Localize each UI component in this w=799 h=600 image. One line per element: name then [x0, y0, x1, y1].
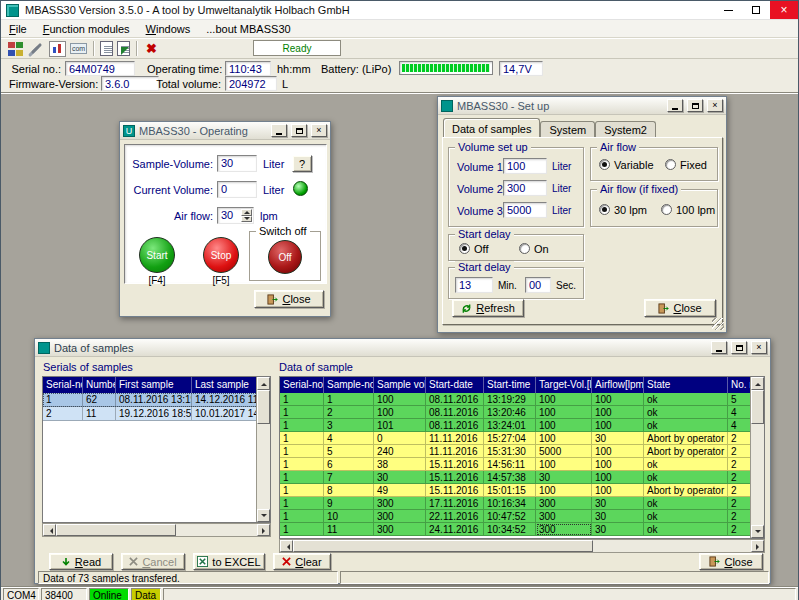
- scroll-down-button[interactable]: [751, 525, 764, 538]
- scrollbar-track[interactable]: [56, 524, 257, 536]
- close-icon[interactable]: ×: [311, 124, 327, 137]
- refresh-button[interactable]: Refresh: [452, 299, 524, 317]
- column-header[interactable]: Number: [83, 377, 116, 393]
- vertical-scrollbar[interactable]: [750, 377, 764, 538]
- export-icon[interactable]: [117, 41, 130, 56]
- chart-icon[interactable]: [49, 41, 66, 57]
- close-icon[interactable]: ×: [707, 99, 723, 112]
- scrollbar-thumb[interactable]: [293, 540, 593, 552]
- table-row[interactable]: 184915.11.201615:01:15100100Abort by ope…: [280, 484, 764, 497]
- table-row[interactable]: 1930017.11.201610:16:3430030ok2: [280, 497, 764, 510]
- close-button[interactable]: Close: [644, 299, 716, 317]
- table-row[interactable]: 1110008.11.201613:19:29100100ok5: [280, 393, 764, 406]
- spin-down-button[interactable]: [241, 216, 252, 223]
- table-row[interactable]: 1210008.11.201613:20:46100100ok4: [280, 406, 764, 419]
- clear-button[interactable]: Clear: [273, 553, 331, 570]
- scrollbar-thumb[interactable]: [56, 524, 176, 536]
- flow-100-radio[interactable]: [661, 204, 672, 215]
- maximize-button[interactable]: [731, 341, 747, 354]
- table-row[interactable]: 11130024.11.201610:34:5230030ok2: [280, 523, 764, 536]
- scroll-up-button[interactable]: [257, 377, 270, 390]
- column-header[interactable]: Sample-no.: [324, 377, 374, 393]
- to-excel-button[interactable]: to EXCEL: [193, 553, 265, 570]
- cancel-button[interactable]: Cancel: [121, 553, 185, 570]
- table-row[interactable]: 21119.12.2016 18:54:3010.01.2017 14:41:4: [43, 407, 270, 421]
- scrollbar-track[interactable]: [751, 390, 764, 525]
- table-row[interactable]: 163815.11.201614:56:11100100ok2: [280, 458, 764, 471]
- scroll-left-button[interactable]: [280, 540, 293, 552]
- tab-data-of-samples[interactable]: Data of samples: [443, 118, 540, 137]
- table-row[interactable]: 1524011.11.201615:31:305000100Abort by o…: [280, 445, 764, 458]
- read-button[interactable]: Read: [49, 553, 113, 570]
- close-button[interactable]: Close: [699, 553, 763, 570]
- report-icon[interactable]: [100, 41, 113, 56]
- menu-function-modules[interactable]: Function modules: [35, 21, 138, 37]
- vertical-scrollbar[interactable]: [256, 377, 270, 522]
- maximize-button[interactable]: [742, 1, 770, 19]
- air-flow-stepper[interactable]: 30: [217, 207, 254, 224]
- delay-off-radio[interactable]: [459, 243, 470, 254]
- sample-volume-field[interactable]: 30: [217, 155, 257, 172]
- table-row[interactable]: 11030022.11.201610:47:5230030ok2: [280, 510, 764, 523]
- menu-file[interactable]: File: [1, 21, 35, 37]
- stop-button[interactable]: Stop: [203, 237, 239, 273]
- minimize-button[interactable]: [711, 341, 727, 354]
- minimize-button[interactable]: [667, 99, 683, 112]
- close-button[interactable]: ×: [770, 1, 798, 19]
- close-button[interactable]: Close: [254, 290, 324, 308]
- maximize-button[interactable]: [687, 99, 703, 112]
- scroll-right-button[interactable]: [257, 524, 270, 536]
- tab-system2[interactable]: System2: [595, 121, 656, 137]
- column-header[interactable]: First sample: [116, 377, 192, 393]
- horizontal-scrollbar[interactable]: [279, 539, 765, 553]
- modules-icon[interactable]: [7, 41, 24, 57]
- table-row[interactable]: 14011.11.201615:27:0410030Abort by opera…: [280, 432, 764, 445]
- column-header[interactable]: Sample vol.: [374, 377, 426, 393]
- column-header[interactable]: Start-date: [426, 377, 484, 393]
- scroll-left-button[interactable]: [43, 524, 56, 536]
- setup-window: MBASS30 - Set up × Data of samples Syste…: [437, 96, 727, 333]
- scrollbar-thumb[interactable]: [751, 390, 764, 424]
- delay-minutes-field[interactable]: 13: [455, 277, 493, 293]
- column-header[interactable]: Serial-no.: [280, 377, 324, 393]
- volume3-field[interactable]: 5000: [503, 202, 547, 218]
- switch-off-button[interactable]: Off: [268, 240, 302, 274]
- close-icon[interactable]: ×: [751, 341, 767, 354]
- column-header[interactable]: Target-Vol.[l]: [536, 377, 592, 393]
- start-button[interactable]: Start: [139, 237, 175, 273]
- menu-about[interactable]: ...bout MBASS30: [198, 21, 298, 37]
- column-header[interactable]: State: [644, 377, 728, 393]
- horizontal-scrollbar[interactable]: [42, 523, 271, 537]
- scrollbar-track[interactable]: [257, 390, 270, 509]
- scroll-down-button[interactable]: [257, 509, 270, 522]
- resize-grip[interactable]: [712, 318, 724, 330]
- wrench-icon[interactable]: [28, 41, 45, 57]
- table-row[interactable]: 16208.11.2016 13:19:2914.12.2016 11:03:3: [43, 393, 270, 407]
- table-row[interactable]: 1310108.11.201613:24:01100100ok4: [280, 419, 764, 432]
- com-icon[interactable]: [70, 41, 87, 57]
- volume1-field[interactable]: 100: [503, 158, 547, 174]
- table-row[interactable]: 173015.11.201614:57:3830100ok2: [280, 471, 764, 484]
- delay-on-radio[interactable]: [519, 243, 530, 254]
- minimize-button[interactable]: [271, 124, 287, 137]
- operating-window-title: MBASS30 - Operating: [139, 125, 267, 137]
- fixed-radio[interactable]: [665, 159, 676, 170]
- minimize-button[interactable]: [714, 1, 742, 19]
- scroll-right-button[interactable]: [751, 540, 764, 552]
- scrollbar-thumb[interactable]: [257, 390, 270, 424]
- ready-status: Ready: [253, 40, 341, 56]
- variable-radio[interactable]: [599, 159, 610, 170]
- tab-system[interactable]: System: [540, 121, 595, 137]
- menu-windows[interactable]: Windows: [138, 21, 199, 37]
- column-header[interactable]: Airflow[lpm]: [592, 377, 644, 393]
- maximize-button[interactable]: [291, 124, 307, 137]
- scroll-up-button[interactable]: [751, 377, 764, 390]
- volume2-field[interactable]: 300: [503, 180, 547, 196]
- delete-icon[interactable]: [143, 41, 160, 57]
- delay-seconds-field[interactable]: 00: [525, 277, 551, 293]
- help-button[interactable]: ?: [292, 155, 312, 172]
- flow-30-radio[interactable]: [599, 204, 610, 215]
- column-header[interactable]: Serial-no.: [43, 377, 83, 393]
- scrollbar-track[interactable]: [293, 540, 751, 552]
- column-header[interactable]: Start-time: [484, 377, 536, 393]
